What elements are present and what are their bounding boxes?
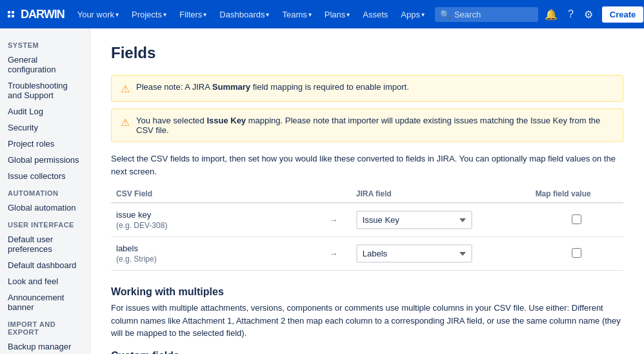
jira-field-select-1[interactable]: Issue KeySummaryLabelsDescriptionAssigne… [356, 244, 472, 263]
notice-issue-key: ⚠ You have selected Issue Key mapping. P… [111, 109, 623, 142]
layout: System General configuration Troubleshoo… [0, 28, 644, 354]
sidebar-section-system: System [0, 36, 90, 52]
working-with-multiples-title: Working with multiples [111, 286, 623, 298]
notice-summary-text: Please note: A JIRA Summary field mappin… [136, 82, 409, 92]
arrow-icon: → [316, 203, 351, 237]
working-with-multiples-text: For issues with multiple attachments, ve… [111, 302, 623, 340]
help-icon[interactable]: ? [564, 6, 578, 23]
search-icon: 🔍 [440, 10, 450, 19]
sidebar-section-automation: Automation [0, 184, 90, 200]
search-box[interactable]: 🔍 Search [435, 7, 538, 22]
settings-icon[interactable]: ⚙ [580, 6, 597, 23]
chevron-down-icon: ▾ [421, 11, 425, 18]
fields-table: CSV Field JIRA field Map field value iss… [111, 185, 623, 271]
nav-apps[interactable]: Apps ▾ [396, 7, 430, 22]
grid-icon [8, 11, 14, 17]
sidebar-item-security[interactable]: Security [0, 120, 90, 136]
custom-fields-section: Custom fields Existing custom fields mus… [111, 350, 623, 355]
sidebar-item-look-and-feel[interactable]: Look and feel [0, 273, 90, 289]
sidebar: System General configuration Troubleshoo… [0, 28, 90, 354]
create-button[interactable]: Create [602, 6, 643, 23]
map-field-checkbox-1[interactable] [572, 248, 581, 258]
logo: DARWIN [21, 8, 65, 21]
nav-dashboards[interactable]: Dashboards ▾ [214, 7, 274, 22]
col-csv-field: CSV Field [111, 185, 316, 203]
working-with-multiples-section: Working with multiples For issues with m… [111, 286, 623, 340]
chevron-down-icon: ▾ [163, 11, 166, 18]
table-row: labels(e.g. Stripe)→Issue KeySummaryLabe… [111, 237, 623, 271]
jira-field-cell[interactable]: Issue KeySummaryLabelsDescriptionAssigne… [351, 203, 530, 237]
csv-field-example: (e.g. Stripe) [116, 255, 311, 264]
sidebar-item-issue-collectors[interactable]: Issue collectors [0, 168, 90, 184]
sidebar-item-global-automation[interactable]: Global automation [0, 200, 90, 216]
warning-icon: ⚠ [121, 83, 130, 95]
sidebar-item-default-user-preferences[interactable]: Default user preferences [0, 231, 90, 257]
col-map-field-value: Map field value [530, 185, 623, 203]
sidebar-item-audit-log[interactable]: Audit Log [0, 103, 90, 120]
csv-field-name: issue key [116, 210, 311, 220]
sidebar-item-announcement-banner[interactable]: Announcement banner [0, 289, 90, 315]
notification-icon[interactable]: 🔔 [541, 6, 561, 23]
chevron-down-icon: ▾ [116, 11, 119, 18]
col-arrow [316, 185, 351, 203]
csv-field-name: labels [116, 244, 311, 253]
sidebar-item-default-dashboard[interactable]: Default dashboard [0, 257, 90, 273]
chevron-down-icon: ▾ [347, 11, 350, 18]
chevron-down-icon: ▾ [203, 11, 206, 18]
fields-description: Select the CSV fields to import, then se… [111, 152, 623, 178]
csv-field-cell: issue key(e.g. DEV-308) [111, 203, 316, 237]
map-field-cell[interactable] [530, 237, 623, 271]
arrow-icon: → [316, 237, 351, 271]
nav-plans[interactable]: Plans ▾ [319, 7, 356, 22]
sidebar-item-troubleshooting[interactable]: Troubleshooting and Support [0, 78, 90, 103]
sidebar-section-import-export: Import and export [0, 315, 90, 338]
sidebar-section-user-interface: User Interface [0, 216, 90, 231]
page-title: Fields [111, 44, 623, 62]
nav-projects[interactable]: Projects ▾ [126, 7, 172, 22]
notice-summary-required: ⚠ Please note: A JIRA Summary field mapp… [111, 75, 623, 102]
main-content: Fields ⚠ Please note: A JIRA Summary fie… [90, 28, 644, 354]
nav-teams[interactable]: Teams ▾ [277, 7, 316, 22]
sidebar-item-global-permissions[interactable]: Global permissions [0, 152, 90, 168]
csv-field-example: (e.g. DEV-308) [116, 221, 311, 230]
sidebar-item-project-roles[interactable]: Project roles [0, 136, 90, 152]
chevron-down-icon: ▾ [308, 11, 312, 18]
sidebar-item-backup-manager[interactable]: Backup manager [0, 338, 90, 354]
custom-fields-title: Custom fields [111, 350, 623, 355]
nav-your-work[interactable]: Your work ▾ [72, 7, 124, 22]
notice-issue-key-text: You have selected Issue Key mapping. Ple… [136, 116, 614, 135]
nav-filters[interactable]: Filters ▾ [174, 7, 212, 22]
sidebar-item-general-configuration[interactable]: General configuration [0, 52, 90, 78]
jira-field-cell[interactable]: Issue KeySummaryLabelsDescriptionAssigne… [351, 237, 530, 271]
topnav: DARWIN Your work ▾ Projects ▾ Filters ▾ … [0, 0, 644, 28]
chevron-down-icon: ▾ [266, 11, 269, 18]
table-row: issue key(e.g. DEV-308)→Issue KeySummary… [111, 203, 623, 237]
nav-assets[interactable]: Assets [357, 7, 393, 22]
map-field-checkbox-0[interactable] [572, 214, 581, 224]
csv-field-cell: labels(e.g. Stripe) [111, 237, 316, 271]
jira-field-select-0[interactable]: Issue KeySummaryLabelsDescriptionAssigne… [356, 211, 472, 229]
warning-icon: ⚠ [121, 116, 130, 129]
map-field-cell[interactable] [530, 203, 623, 237]
col-jira-field: JIRA field [351, 185, 530, 203]
